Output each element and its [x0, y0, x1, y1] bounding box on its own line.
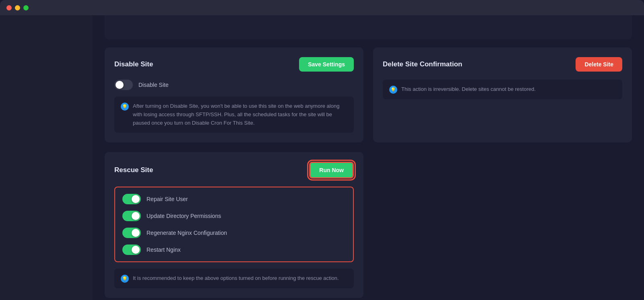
- save-settings-button[interactable]: Save Settings: [299, 57, 354, 72]
- delete-site-card: Delete Site Confirmation Delete Site 💡 T…: [373, 47, 632, 142]
- disable-site-title: Disable Site: [114, 60, 153, 68]
- rescue-site-header: Rescue Site Run Now: [114, 162, 354, 179]
- repair-site-user-row: Repair Site User: [122, 194, 346, 204]
- delete-site-info-box: 💡 This action is irreversible. Delete si…: [383, 80, 622, 99]
- rescue-site-title: Rescue Site: [114, 166, 153, 174]
- update-directory-permissions-toggle[interactable]: [122, 211, 141, 221]
- sidebar: [0, 15, 93, 300]
- disable-site-toggle-row: Disable Site: [114, 80, 354, 90]
- disable-site-card: Disable Site Save Settings Disable Site …: [105, 47, 363, 142]
- close-icon[interactable]: [6, 5, 12, 10]
- update-directory-permissions-row: Update Directory Permissions: [122, 211, 346, 221]
- info-icon-rescue: 💡: [121, 275, 129, 283]
- info-icon: 💡: [121, 103, 129, 111]
- disable-site-toggle[interactable]: [114, 80, 133, 90]
- rescue-site-card: Rescue Site Run Now Repair Site User: [105, 152, 363, 298]
- rescue-section: Rescue Site Run Now Repair Site User: [93, 152, 644, 300]
- disable-site-info-text: After turning on Disable Site, you won't…: [133, 102, 347, 127]
- delete-site-title: Delete Site Confirmation: [383, 60, 462, 68]
- info-icon-delete: 💡: [389, 86, 397, 94]
- minimize-icon[interactable]: [15, 5, 20, 10]
- delete-site-header: Delete Site Confirmation Delete Site: [383, 57, 622, 72]
- rescue-info-text: It is recommended to keep the above opti…: [133, 274, 339, 283]
- top-card-placeholder: [105, 15, 632, 39]
- repair-site-user-label: Repair Site User: [147, 196, 188, 202]
- repair-site-user-toggle[interactable]: [122, 194, 141, 204]
- cards-grid: Disable Site Save Settings Disable Site …: [93, 47, 644, 152]
- delete-site-info-text: This action is irreversible. Delete site…: [401, 85, 536, 94]
- disable-site-info-box: 💡 After turning on Disable Site, you won…: [114, 97, 354, 133]
- rescue-toggles-box: Repair Site User Update Directory Permis…: [114, 187, 354, 262]
- rescue-info-box: 💡 It is recommended to keep the above op…: [114, 269, 354, 288]
- run-now-button[interactable]: Run Now: [309, 162, 354, 179]
- window-chrome: [0, 0, 644, 15]
- restart-nginx-label: Restart Nginx: [147, 247, 181, 253]
- maximize-icon[interactable]: [23, 5, 29, 10]
- main-content: Disable Site Save Settings Disable Site …: [93, 15, 644, 300]
- delete-site-button[interactable]: Delete Site: [576, 57, 622, 72]
- restart-nginx-row: Restart Nginx: [122, 245, 346, 255]
- disable-site-header: Disable Site Save Settings: [114, 57, 354, 72]
- restart-nginx-toggle[interactable]: [122, 245, 141, 255]
- update-directory-permissions-label: Update Directory Permissions: [147, 213, 221, 219]
- disable-site-toggle-label: Disable Site: [138, 82, 169, 88]
- regenerate-nginx-config-label: Regenerate Nginx Configuration: [147, 230, 227, 236]
- regenerate-nginx-config-row: Regenerate Nginx Configuration: [122, 228, 346, 238]
- regenerate-nginx-config-toggle[interactable]: [122, 228, 141, 238]
